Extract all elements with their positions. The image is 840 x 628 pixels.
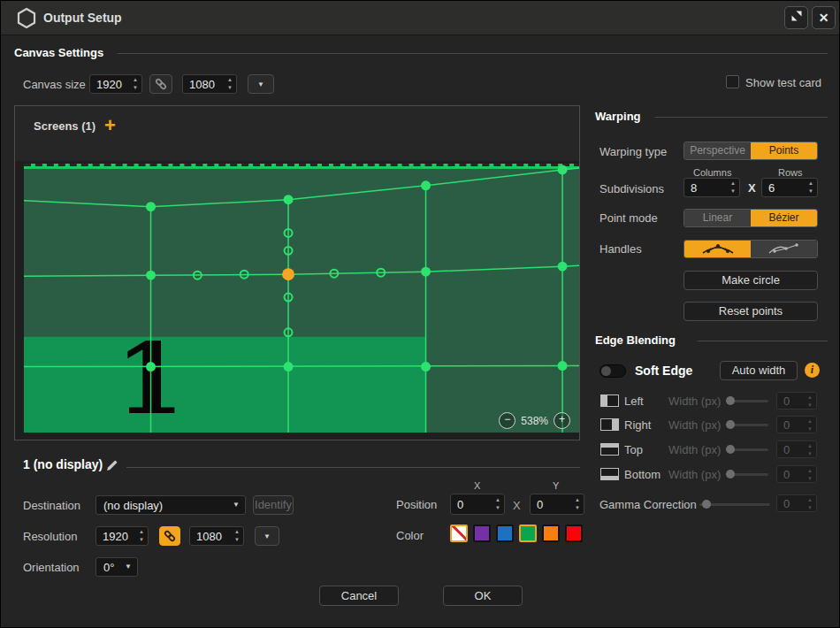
position-y-spinner[interactable]: 0 ▲▼ (530, 494, 584, 515)
edge-bottom-width-slider[interactable] (726, 473, 768, 476)
canvas-height-spinner[interactable]: 1080 ▲▼ (182, 74, 237, 94)
spinner-arrows[interactable]: ▲▼ (730, 180, 736, 195)
slider-knob[interactable] (726, 445, 735, 454)
edge-bottom-width-value: 0 (783, 468, 790, 481)
chevron-down-icon: ▼ (125, 563, 132, 571)
edge-right-width-slider[interactable] (726, 424, 768, 426)
gamma-spinner[interactable]: 0 ▲▼ (776, 494, 817, 512)
info-icon[interactable]: i (805, 363, 820, 378)
subdivisions-label: Subdivisions (599, 182, 664, 195)
spinner-arrows[interactable]: ▲▼ (227, 76, 233, 92)
color-swatch-none[interactable] (450, 525, 468, 542)
warping-type-perspective-button[interactable]: Perspective (684, 142, 751, 159)
edge-bottom-width-spinner[interactable]: 0 ▲▼ (776, 465, 817, 483)
resolution-height-spinner[interactable]: 1080 ▲▼ (189, 526, 244, 546)
make-circle-button[interactable]: Make circle (683, 271, 818, 290)
spinner-arrows[interactable]: ▲▼ (139, 528, 144, 544)
spinner-arrows[interactable]: ▲▼ (133, 76, 138, 92)
edge-bottom-icon (600, 468, 619, 480)
warping-divider (655, 117, 828, 118)
slider-knob[interactable] (726, 420, 735, 429)
edge-top-label: Top (624, 443, 643, 456)
point-mode-segmented: Linear Bézier (683, 209, 818, 227)
reset-points-button[interactable]: Reset points (683, 302, 818, 321)
expand-window-button[interactable] (784, 6, 808, 29)
color-swatch-green[interactable] (519, 525, 537, 542)
screen-detail-header: 1 (no display) (23, 457, 103, 471)
add-screen-button[interactable]: + (104, 114, 116, 137)
chevron-down-icon: ▼ (233, 501, 240, 509)
edge-left-width-label: Width (px) (668, 394, 721, 408)
spinner-arrows[interactable]: ▲▼ (234, 528, 240, 544)
edge-right-width-spinner[interactable]: 0 ▲▼ (776, 416, 817, 433)
warping-type-points-button[interactable]: Points (751, 142, 817, 159)
show-test-card-checkbox[interactable] (726, 75, 739, 88)
edge-top-width-spinner[interactable]: 0 ▲▼ (776, 440, 817, 458)
point-mode-label: Point mode (599, 211, 658, 225)
resolution-width-spinner[interactable]: 1920 ▲▼ (95, 526, 149, 546)
color-swatch-purple[interactable] (473, 525, 491, 542)
columns-spinner[interactable]: 8 ▲▼ (683, 178, 740, 197)
edge-top-width-slider[interactable] (726, 448, 768, 451)
gamma-correction-label: Gamma Correction (599, 498, 697, 511)
soft-edge-toggle[interactable] (599, 364, 626, 378)
rows-label: Rows (778, 167, 803, 178)
zoom-in-button[interactable]: + (554, 412, 570, 429)
edge-blending-header: Edge Blending (595, 333, 676, 347)
svg-text:1: 1 (116, 320, 185, 436)
edge-left-width-slider[interactable] (726, 400, 768, 402)
color-swatch-red[interactable] (565, 525, 583, 542)
point-mode-bezier-button[interactable]: Bézier (751, 210, 817, 226)
spinner-arrows[interactable]: ▲▼ (807, 417, 813, 433)
canvas-size-link-button[interactable] (149, 74, 172, 94)
handles-broken-button[interactable] (751, 241, 817, 257)
point-mode-linear-button[interactable]: Linear (684, 210, 751, 226)
spinner-arrows[interactable]: ▲▼ (575, 496, 580, 512)
color-swatch-orange[interactable] (542, 525, 560, 542)
handles-symmetric-button[interactable] (684, 241, 751, 257)
spinner-arrows[interactable]: ▲▼ (807, 394, 813, 410)
color-swatch-blue[interactable] (496, 525, 514, 542)
edge-blending-divider (698, 341, 828, 341)
show-test-card-label: Show test card (745, 76, 821, 89)
zoom-out-button[interactable]: − (499, 412, 515, 429)
position-x-spinner[interactable]: 0 ▲▼ (450, 494, 505, 515)
identify-button[interactable]: Identify (253, 495, 294, 515)
canvas-size-label: Canvas size (23, 78, 86, 91)
position-label: Position (396, 498, 437, 511)
canvas-height-value: 1080 (189, 78, 215, 91)
position-y-label: Y (553, 480, 559, 491)
rows-spinner[interactable]: 6 ▲▼ (761, 178, 818, 197)
cancel-button[interactable]: Cancel (319, 586, 399, 606)
spinner-arrows[interactable]: ▲▼ (807, 442, 813, 458)
auto-width-button[interactable]: Auto width (720, 361, 798, 380)
orientation-dropdown[interactable]: 0° ▼ (95, 557, 138, 577)
resolution-height-value: 1080 (196, 530, 222, 543)
slider-knob[interactable] (702, 500, 711, 509)
spinner-arrows[interactable]: ▲▼ (808, 180, 813, 195)
ok-button[interactable]: OK (443, 586, 523, 606)
canvas-width-spinner[interactable]: 1920 ▲▼ (89, 74, 142, 94)
slider-knob[interactable] (726, 470, 735, 479)
edge-bottom-width-label: Width (px) (668, 468, 721, 481)
rename-screen-pencil-icon[interactable] (105, 458, 119, 476)
rows-value: 6 (768, 181, 775, 195)
canvas-zoom-controls: − 538% + (499, 412, 570, 429)
titlebar: Output Setup ✕ (1, 1, 839, 35)
slider-knob[interactable] (726, 396, 735, 405)
output-setup-dialog: Output Setup ✕ Canvas Settings Canvas si… (0, 0, 840, 628)
canvas-size-presets-button[interactable]: ▼ (248, 74, 274, 94)
destination-dropdown[interactable]: (no display) ▼ (95, 495, 246, 515)
position-y-value: 0 (537, 498, 543, 511)
warp-canvas-preview[interactable]: 1 (15, 161, 579, 440)
spinner-arrows[interactable]: ▲▼ (807, 467, 813, 483)
spinner-arrows[interactable]: ▲▼ (807, 496, 813, 512)
resolution-link-button[interactable] (159, 526, 180, 546)
zoom-level-label: 538% (521, 415, 548, 427)
edge-left-width-spinner[interactable]: 0 ▲▼ (776, 392, 817, 410)
resolution-presets-button[interactable]: ▼ (255, 526, 279, 546)
spinner-arrows[interactable]: ▲▼ (495, 496, 500, 512)
gamma-slider[interactable] (699, 503, 770, 506)
screens-panel-header: Screens (1) + (15, 106, 579, 161)
close-window-button[interactable]: ✕ (812, 6, 836, 29)
